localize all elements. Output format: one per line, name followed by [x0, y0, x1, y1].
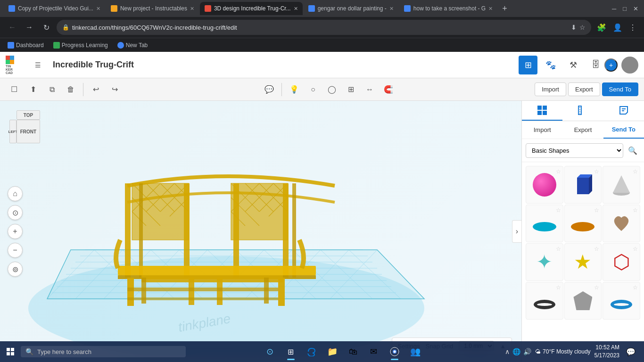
shape-ring[interactable]: ☆ [526, 282, 563, 320]
network-icon[interactable]: 🌐 [512, 348, 520, 355]
taskbar-edge[interactable] [302, 342, 321, 361]
shape-star-tube[interactable]: ☆ [633, 284, 638, 291]
bookmark-newtab[interactable]: New Tab [116, 41, 149, 49]
url-bar[interactable]: 🔒 tinkercad.com/things/60CQ67WnV2c-incre… [57, 20, 591, 35]
shape-star-hexagon[interactable]: ☆ [633, 246, 638, 252]
bookmark-dashboard[interactable]: Dashboard [6, 41, 46, 49]
panel-collapse-arrow[interactable]: › [512, 220, 521, 243]
grid-view-button[interactable]: ⊞ [519, 56, 537, 74]
browser-tab-1[interactable]: Copy of Projectile Video Gui... ✕ [4, 2, 105, 15]
add-user-button[interactable]: + [604, 58, 618, 72]
user-profile-icon[interactable]: 👤 [611, 21, 624, 34]
menu-icon[interactable]: ⋮ [627, 21, 638, 34]
paw-button[interactable]: 🐾 [541, 56, 560, 74]
notification-button[interactable]: 💬 [623, 344, 638, 359]
shape-heart[interactable]: ☆ [603, 205, 640, 242]
shape-star-cone[interactable]: ☆ [633, 168, 638, 175]
comment-button[interactable]: 💬 [261, 81, 278, 98]
light-button[interactable]: 💡 [286, 81, 303, 98]
bookmark-progress[interactable]: Progress Learning [51, 41, 110, 49]
extensions-icon[interactable]: 🧩 [595, 21, 608, 34]
taskbar-mail[interactable]: ✉ [364, 342, 383, 361]
taskbar-weather[interactable]: 🌤 70°F Mostly cloudy [535, 348, 591, 355]
undo-button[interactable]: ↩ [87, 81, 104, 98]
user-avatar[interactable] [621, 57, 638, 74]
new-tab-button[interactable]: + [498, 4, 511, 14]
browser-tab-4[interactable]: gengar one dollar painting - ✕ [304, 2, 398, 15]
zoom-in-button[interactable]: + [8, 224, 23, 239]
close-window-button[interactable]: ✕ [631, 3, 640, 14]
shape-cone[interactable]: ☆ [603, 166, 640, 204]
zoom-out-button[interactable]: − [8, 243, 23, 258]
maximize-button[interactable]: □ [621, 3, 628, 14]
storage-button[interactable]: 🗄 [586, 56, 605, 74]
copy-project-button[interactable]: ⬆ [25, 81, 41, 98]
fit-view-button[interactable]: ⊙ [8, 205, 23, 220]
shapes-search-button[interactable]: 🔍 [625, 143, 640, 158]
shape-star-teal[interactable]: ☆ ✦ [526, 243, 563, 281]
taskbar-search-bar[interactable]: 🔍 Type here to search [21, 346, 186, 357]
shape-gem[interactable]: ☆ [564, 282, 602, 320]
align-button[interactable]: ⊞ [342, 81, 359, 98]
taskbar-explorer[interactable]: 📁 [323, 342, 342, 361]
import-button[interactable]: Import [535, 82, 566, 96]
shape-star-torus[interactable]: ☆ [556, 207, 561, 214]
circle-tool-button[interactable]: ◯ [323, 81, 340, 98]
shape-star-heart[interactable]: ☆ [633, 207, 638, 214]
minimize-button[interactable]: ─ [610, 3, 618, 14]
perspective-button[interactable]: ⊚ [8, 262, 23, 277]
export-button[interactable]: Export [568, 82, 600, 96]
panel-tab-ruler[interactable] [562, 101, 603, 121]
tab-close-3[interactable]: ✕ [294, 6, 298, 12]
shape-star-star-yellow[interactable]: ☆ [594, 246, 599, 252]
bookmark-icon[interactable]: ☆ [579, 24, 586, 31]
reload-button[interactable]: ↻ [40, 21, 53, 34]
taskbar-task-view[interactable]: ⊞ [281, 342, 300, 361]
forward-button[interactable]: → [23, 21, 36, 34]
shapes-category-select[interactable]: Basic Shapes [526, 143, 623, 158]
panel-tab-grid[interactable] [522, 101, 562, 121]
delete-button[interactable]: 🗑 [62, 81, 79, 98]
download-icon[interactable]: ⬇ [571, 24, 577, 31]
shape-torus[interactable]: ☆ [526, 205, 563, 242]
tools-button[interactable]: ⚒ [564, 56, 583, 74]
taskbar-time[interactable]: 10:52 AM 5/17/2023 [594, 344, 619, 360]
panel-export-button[interactable]: Export [562, 121, 603, 139]
panel-tab-notes[interactable] [603, 101, 644, 121]
panel-send-to-button[interactable]: Send To [603, 121, 644, 139]
browser-tab-2[interactable]: New project - Instructables ✕ [106, 2, 199, 15]
back-button[interactable]: ← [6, 21, 19, 34]
shape-star-box[interactable]: ☆ [594, 168, 599, 175]
redo-button[interactable]: ↪ [106, 81, 123, 98]
start-button[interactable] [0, 341, 21, 362]
taskbar-up-arrow[interactable]: ∧ [505, 348, 510, 355]
taskbar-store[interactable]: 🛍 [344, 342, 363, 361]
browser-tab-3[interactable]: 3D design Incredible Trug-Cr... ✕ [200, 2, 303, 15]
shape-star-yellow[interactable]: ☆ ★ [564, 243, 602, 281]
mirror-button[interactable]: ↔ [361, 81, 378, 98]
shape-star-torus-knot[interactable]: ☆ [594, 207, 599, 214]
browser-tab-5[interactable]: how to take a screenshot - G ✕ [399, 2, 497, 15]
duplicate-button[interactable]: ⧉ [43, 81, 60, 98]
shape-star-ring[interactable]: ☆ [556, 284, 561, 291]
tab-close-2[interactable]: ✕ [190, 6, 194, 12]
sidebar-toggle-button[interactable]: ☰ [28, 56, 47, 74]
home-button[interactable]: ⌂ [8, 186, 23, 201]
new-design-button[interactable]: ☐ [6, 81, 23, 98]
volume-icon[interactable]: 🔊 [523, 348, 531, 355]
shape-sphere[interactable]: ☆ [526, 166, 563, 204]
taskbar-chrome[interactable] [385, 342, 404, 361]
shape-star-gem[interactable]: ☆ [594, 284, 599, 291]
send-to-button[interactable]: Send To [602, 82, 638, 96]
shape-box[interactable]: ☆ [564, 166, 602, 204]
viewport[interactable]: tinkplane TOP LEFT FRONT ⌂ ⊙ + − ⊚ Setti [0, 101, 521, 362]
shape-star-sphere[interactable]: ☆ [556, 168, 561, 175]
shape-tool-button[interactable]: ○ [305, 81, 322, 98]
tab-close-4[interactable]: ✕ [389, 6, 394, 12]
taskbar-teams[interactable]: 👥 [406, 342, 425, 361]
shape-tube[interactable]: ☆ [603, 282, 640, 320]
tab-close-1[interactable]: ✕ [96, 6, 100, 12]
taskbar-cortana[interactable]: ⊙ [261, 342, 280, 361]
tab-close-5[interactable]: ✕ [488, 6, 493, 12]
attract-button[interactable]: 🧲 [380, 81, 397, 98]
